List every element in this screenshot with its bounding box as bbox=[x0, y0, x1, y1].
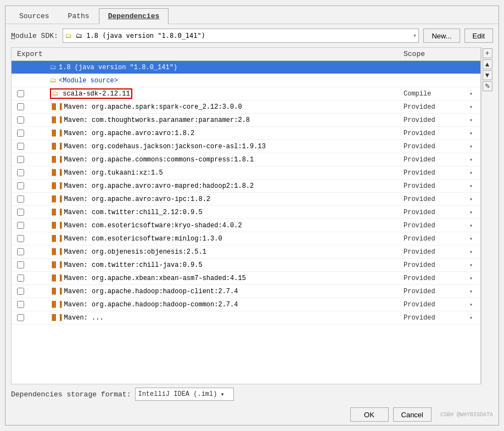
sidebar-buttons: + ▲ ▼ ✎ bbox=[481, 47, 493, 384]
scope-dropdown-arrow-icon[interactable]: ▾ bbox=[469, 236, 480, 242]
table-row[interactable]: ▐▌▐ Maven: ... Provided ▾ bbox=[12, 311, 480, 324]
row-checkbox[interactable] bbox=[17, 90, 24, 97]
table-row[interactable]: ▐▌▐ Maven: org.apache.xbean:xbean-asm7-s… bbox=[12, 272, 480, 285]
row-checkbox-cell[interactable] bbox=[12, 116, 50, 124]
cancel-button[interactable]: Cancel bbox=[393, 407, 432, 422]
row-checkbox-cell[interactable] bbox=[12, 130, 50, 137]
scope-dropdown-arrow-icon[interactable]: ▾ bbox=[469, 143, 480, 150]
tab-sources[interactable]: Sources bbox=[10, 8, 59, 24]
scope-dropdown-arrow-icon[interactable]: ▾ bbox=[469, 249, 480, 255]
dialog-actions: OK Cancel CSBH @WHYBIGDATA bbox=[5, 404, 499, 425]
row-checkbox[interactable] bbox=[17, 143, 24, 150]
scope-dropdown-arrow-icon[interactable]: ▾ bbox=[469, 288, 480, 295]
new-button[interactable]: New... bbox=[423, 29, 460, 43]
table-row[interactable]: 🗂 <Module source> bbox=[12, 74, 480, 87]
add-dependency-button[interactable]: + bbox=[483, 48, 492, 58]
scope-dropdown-arrow-icon[interactable]: ▾ bbox=[469, 222, 480, 229]
table-row[interactable]: ▐▌▐ Maven: org.tukaani:xz:1.5 Provided ▾ bbox=[12, 166, 480, 180]
scope-dropdown-arrow-icon[interactable]: ▾ bbox=[469, 170, 480, 176]
maven-icon: ▐▌▐ bbox=[50, 275, 62, 282]
storage-value: IntelliJ IDEA (.iml) bbox=[138, 390, 217, 398]
scope-dropdown-arrow-icon[interactable]: ▾ bbox=[469, 183, 480, 189]
table-row[interactable]: ▐▌▐ Maven: org.apache.avro:avro-ipc:1.8.… bbox=[12, 193, 480, 206]
table-row[interactable]: ▐▌▐ Maven: com.esotericsoftware:minlog:1… bbox=[12, 232, 480, 245]
row-info: ▐▌▐ Maven: org.apache.hadoop:hadoop-comm… bbox=[50, 300, 404, 310]
row-checkbox[interactable] bbox=[17, 248, 24, 255]
row-checkbox[interactable] bbox=[17, 169, 24, 176]
row-checkbox[interactable] bbox=[17, 116, 24, 124]
scope-dropdown-arrow-icon[interactable]: ▾ bbox=[469, 156, 480, 163]
scope-dropdown-arrow-icon[interactable]: ▾ bbox=[469, 117, 480, 124]
scope-dropdown-arrow-icon[interactable]: ▾ bbox=[469, 104, 480, 110]
table-row[interactable]: 🗂 1.8 (java version "1.8.0_141") bbox=[12, 61, 480, 74]
table-row[interactable]: ▐▌▐ Maven: org.apache.avro:avro-mapred:h… bbox=[12, 180, 480, 193]
table-row[interactable]: ▐▌▐ Maven: org.objenesis:objenesis:2.5.1… bbox=[12, 245, 480, 259]
move-up-button[interactable]: ▲ bbox=[483, 59, 492, 69]
table-row[interactable]: ▐▌▐ Maven: com.twitter:chill-java:0.9.5 … bbox=[12, 259, 480, 272]
row-checkbox[interactable] bbox=[17, 156, 24, 163]
row-checkbox[interactable] bbox=[17, 314, 24, 321]
move-down-button[interactable]: ▼ bbox=[483, 70, 492, 80]
table-row[interactable]: ▐▌▐ Maven: org.apache.spark:spark-core_2… bbox=[12, 100, 480, 114]
row-checkbox[interactable] bbox=[17, 182, 24, 189]
sdk-dropdown[interactable]: 🗂 🗂 1.8 (java version "1.8.0_141") ▾ bbox=[63, 29, 419, 43]
row-checkbox[interactable] bbox=[17, 130, 24, 137]
table-body: 🗂 1.8 (java version "1.8.0_141") 🗂 <Modu… bbox=[12, 61, 480, 384]
row-info: ▐▌▐ Maven: org.apache.avro:avro:1.8.2 bbox=[50, 128, 404, 138]
row-checkbox[interactable] bbox=[17, 222, 24, 229]
row-checkbox[interactable] bbox=[17, 235, 24, 242]
table-row[interactable]: ▐▌▐ Maven: org.apache.hadoop:hadoop-clie… bbox=[12, 285, 480, 298]
row-checkbox-cell[interactable] bbox=[12, 314, 50, 321]
table-row[interactable]: ▐▌▐ Maven: org.codehaus.jackson:jackson-… bbox=[12, 140, 480, 153]
table-row[interactable]: ▐▌▐ Maven: org.apache.hadoop:hadoop-comm… bbox=[12, 298, 480, 311]
scope-dropdown-arrow-icon[interactable]: ▾ bbox=[469, 301, 480, 308]
row-checkbox[interactable] bbox=[17, 103, 24, 110]
table-row[interactable]: 🗂 scala-sdk-2.12.11 Compile ▾ bbox=[12, 87, 480, 100]
maven-icon: ▐▌▐ bbox=[50, 248, 62, 256]
row-checkbox[interactable] bbox=[17, 195, 24, 203]
dep-name: Maven: com.esotericsoftware:minlog:1.3.0 bbox=[64, 235, 222, 243]
tab-paths[interactable]: Paths bbox=[59, 8, 99, 24]
scope-dropdown-arrow-icon[interactable]: ▾ bbox=[469, 196, 480, 203]
scope-dropdown-arrow-icon[interactable]: ▾ bbox=[469, 130, 480, 137]
row-checkbox-cell[interactable] bbox=[12, 103, 50, 110]
row-checkbox-cell[interactable] bbox=[12, 143, 50, 150]
row-checkbox-cell[interactable] bbox=[12, 275, 50, 282]
table-row[interactable]: ▐▌▐ Maven: com.esotericsoftware:kryo-sha… bbox=[12, 219, 480, 232]
row-checkbox-cell[interactable] bbox=[12, 261, 50, 268]
row-checkbox-cell[interactable] bbox=[12, 235, 50, 242]
scope-dropdown-arrow-icon[interactable]: ▾ bbox=[469, 275, 480, 282]
dep-name: Maven: com.twitter:chill_2.12:0.9.5 bbox=[64, 209, 203, 216]
scope-dropdown-arrow-icon[interactable]: ▾ bbox=[469, 262, 480, 268]
table-row[interactable]: ▐▌▐ Maven: com.twitter:chill_2.12:0.9.5 … bbox=[12, 206, 480, 219]
table-row[interactable]: ▐▌▐ Maven: org.apache.commons:commons-co… bbox=[12, 153, 480, 166]
row-checkbox-cell[interactable] bbox=[12, 169, 50, 176]
scope-dropdown-arrow-icon[interactable]: ▾ bbox=[469, 91, 480, 97]
row-checkbox[interactable] bbox=[17, 288, 24, 295]
row-checkbox[interactable] bbox=[17, 275, 24, 282]
row-checkbox-cell[interactable] bbox=[12, 209, 50, 216]
row-checkbox[interactable] bbox=[17, 261, 24, 268]
scope-dropdown-arrow-icon[interactable]: ▾ bbox=[469, 315, 480, 321]
row-checkbox-cell[interactable] bbox=[12, 195, 50, 203]
row-checkbox-cell[interactable] bbox=[12, 182, 50, 189]
ok-button[interactable]: OK bbox=[350, 407, 389, 422]
row-checkbox-cell[interactable] bbox=[12, 288, 50, 295]
row-checkbox-cell[interactable] bbox=[12, 248, 50, 255]
row-checkbox-cell[interactable] bbox=[12, 301, 50, 308]
dep-name: Maven: org.objenesis:objenesis:2.5.1 bbox=[64, 248, 206, 256]
edit-button[interactable]: Edit bbox=[464, 29, 493, 43]
table-row[interactable]: ▐▌▐ Maven: org.apache.avro:avro:1.8.2 Pr… bbox=[12, 127, 480, 140]
maven-icon: ▐▌▐ bbox=[50, 182, 62, 190]
edit-dependency-button[interactable]: ✎ bbox=[483, 81, 492, 91]
row-checkbox-cell[interactable] bbox=[12, 90, 50, 97]
row-checkbox-cell[interactable] bbox=[12, 156, 50, 163]
row-checkbox-cell[interactable] bbox=[12, 222, 50, 229]
tab-dependencies[interactable]: Dependencies bbox=[99, 8, 169, 24]
dependencies-container: Export Scope 🗂 1.8 (java version "1.8.0_… bbox=[11, 47, 493, 384]
row-checkbox[interactable] bbox=[17, 209, 24, 216]
scope-dropdown-arrow-icon[interactable]: ▾ bbox=[469, 209, 480, 216]
row-checkbox[interactable] bbox=[17, 301, 24, 308]
storage-dropdown[interactable]: IntelliJ IDEA (.iml) ▾ bbox=[135, 388, 234, 401]
table-row[interactable]: ▐▌▐ Maven: com.thoughtworks.paranamer:pa… bbox=[12, 114, 480, 127]
